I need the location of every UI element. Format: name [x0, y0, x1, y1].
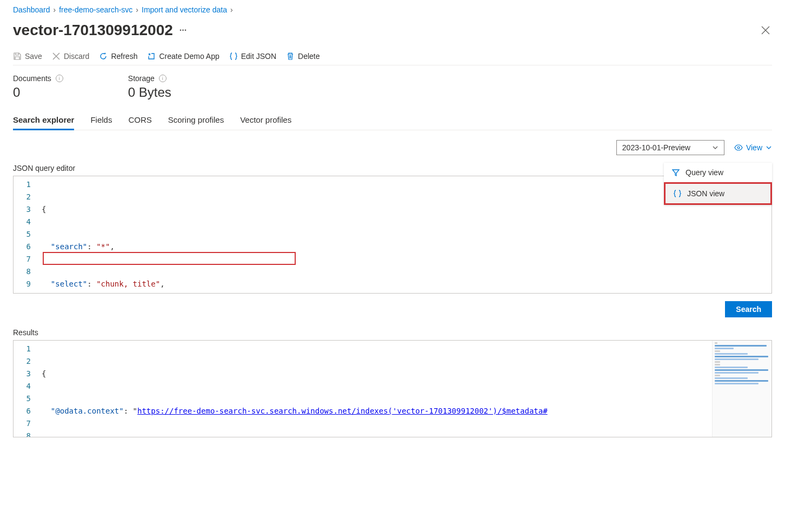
minimap[interactable]	[712, 341, 771, 437]
editor-label: JSON query editor	[13, 161, 772, 176]
breadcrumb-item-service[interactable]: free-demo-search-svc	[59, 5, 132, 14]
close-icon[interactable]	[759, 24, 772, 37]
discard-button[interactable]: Discard	[52, 52, 89, 61]
results-editor[interactable]: 1 2 3 4 5 6 7 8 { "@odata.context": "htt…	[13, 340, 772, 437]
chevron-right-icon: ›	[230, 5, 233, 14]
info-icon[interactable]: i	[159, 75, 167, 82]
code-area[interactable]: { "search": "*", "select": "chunk, title…	[38, 176, 771, 293]
view-option-json[interactable]: JSON view	[664, 182, 772, 205]
tabs: Search explorer Fields CORS Scoring prof…	[13, 111, 772, 130]
eye-icon	[734, 143, 743, 152]
chevron-right-icon: ›	[136, 5, 138, 14]
page-header: vector-1701309912002 ···	[13, 19, 772, 48]
edit-json-button[interactable]: Edit JSON	[229, 52, 276, 61]
json-query-editor[interactable]: 1 2 3 4 5 6 7 8 9 10 { "search": "*", "s…	[13, 176, 772, 294]
view-option-query[interactable]: Query view	[664, 163, 772, 182]
breadcrumb-item-dashboard[interactable]: Dashboard	[13, 5, 50, 14]
save-button[interactable]: Save	[13, 52, 42, 61]
view-toggle[interactable]: View	[734, 143, 772, 152]
api-version-select[interactable]: 2023-10-01-Preview	[616, 140, 724, 155]
view-dropdown: Query view JSON view	[664, 163, 772, 205]
breadcrumb: Dashboard › free-demo-search-svc › Impor…	[13, 0, 772, 19]
tab-cors[interactable]: CORS	[128, 111, 151, 130]
chevron-down-icon	[712, 144, 719, 151]
stat-documents: Documents i 0	[13, 74, 63, 100]
toolbar: Save Discard Refresh Create Demo App Edi…	[13, 48, 772, 65]
info-icon[interactable]: i	[56, 75, 63, 82]
view-bar: 2023-10-01-Preview View Query view JSON …	[13, 130, 772, 161]
highlight-box	[43, 252, 296, 265]
chevron-right-icon: ›	[54, 5, 56, 14]
refresh-button[interactable]: Refresh	[99, 52, 137, 61]
breadcrumb-item-import[interactable]: Import and vectorize data	[142, 5, 227, 14]
actions-row: Search	[13, 294, 772, 325]
refresh-icon	[99, 52, 108, 61]
discard-icon	[52, 52, 61, 61]
stats-row: Documents i 0 Storage i 0 Bytes	[13, 65, 772, 111]
create-demo-button[interactable]: Create Demo App	[147, 52, 219, 61]
save-icon	[13, 52, 22, 61]
tab-search-explorer[interactable]: Search explorer	[13, 111, 74, 130]
trash-icon	[286, 52, 295, 61]
tab-fields[interactable]: Fields	[90, 111, 112, 130]
chevron-down-icon	[766, 144, 772, 151]
line-gutter: 1 2 3 4 5 6 7 8	[14, 341, 38, 437]
results-code[interactable]: { "@odata.context": "https://free-demo-s…	[38, 341, 712, 437]
line-gutter: 1 2 3 4 5 6 7 8 9 10	[14, 176, 38, 293]
delete-button[interactable]: Delete	[286, 52, 320, 61]
svg-point-0	[737, 147, 740, 149]
demo-app-icon	[147, 52, 156, 61]
results-label: Results	[13, 325, 772, 340]
more-icon[interactable]: ···	[179, 25, 187, 35]
filter-icon	[671, 168, 680, 177]
tab-scoring-profiles[interactable]: Scoring profiles	[168, 111, 224, 130]
braces-icon	[673, 189, 682, 198]
search-button[interactable]: Search	[725, 301, 772, 317]
page-title: vector-1701309912002	[13, 22, 173, 39]
stat-storage: Storage i 0 Bytes	[128, 74, 171, 100]
braces-icon	[229, 52, 238, 61]
tab-vector-profiles[interactable]: Vector profiles	[240, 111, 291, 130]
